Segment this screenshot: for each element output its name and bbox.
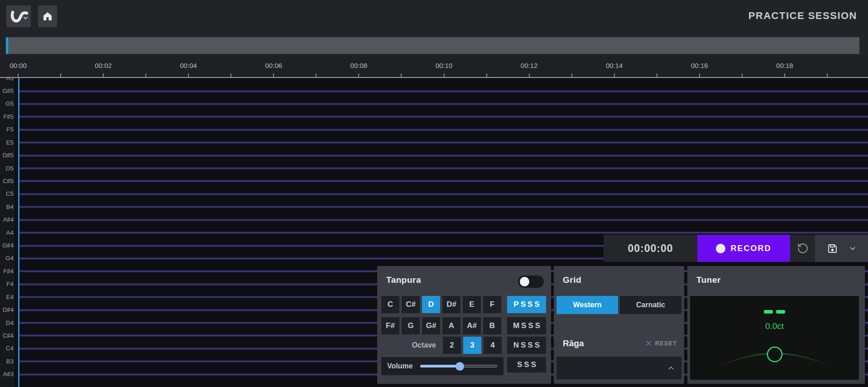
pitch-line (19, 219, 868, 221)
tanpura-pattern-sss[interactable]: SSS (507, 357, 546, 372)
tanpura-octave-row: Octave 234NSSS (381, 337, 546, 354)
tanpura-note-a[interactable]: A (442, 317, 460, 334)
timeline-scrubber[interactable] (6, 37, 859, 54)
save-button[interactable] (826, 242, 839, 255)
undo-arrow-icon (797, 242, 809, 254)
pitch-label: A♯3 (0, 370, 14, 378)
tanpura-note-c[interactable]: C (381, 296, 399, 313)
ruler-time-label: 00:06 (265, 62, 283, 70)
tanpura-note-c#[interactable]: C# (402, 296, 420, 313)
save-options-button[interactable] (849, 244, 857, 252)
ruler-time-label: 00:16 (691, 62, 708, 70)
pitch-label: D♯4 (0, 306, 14, 314)
playhead-line (18, 65, 19, 387)
pitch-label: D4 (0, 319, 14, 327)
raga-dropdown[interactable] (556, 357, 681, 379)
ruler-tick (145, 73, 146, 77)
tanpura-note-row-1: CC#DD#EFPSSS (381, 296, 546, 313)
tanpura-pattern-psss[interactable]: PSSS (507, 296, 546, 313)
pitch-label: C♯4 (0, 332, 14, 340)
pitch-label: F4 (0, 280, 14, 288)
tanpura-note-g#[interactable]: G# (422, 317, 440, 334)
tanpura-note-e[interactable]: E (463, 296, 481, 313)
octave-3-button[interactable]: 3 (463, 337, 481, 354)
pitch-label: C5 (0, 190, 14, 198)
tanpura-note-b[interactable]: B (483, 317, 501, 334)
volume-slider[interactable] (420, 362, 497, 371)
undo-button[interactable] (790, 235, 815, 262)
record-button[interactable]: RECORD (697, 235, 790, 262)
octave-4-button[interactable]: 4 (484, 337, 502, 354)
ruler-tick (827, 73, 828, 77)
record-dot-icon (716, 244, 725, 253)
toggle-knob (520, 277, 529, 286)
ruler-tick (273, 73, 274, 77)
ruler-time-label: 00:18 (776, 62, 793, 70)
record-button-label: RECORD (730, 244, 771, 253)
pitch-label: E5 (0, 139, 14, 147)
ruler-time-label: 00:14 (606, 62, 623, 70)
pitch-label: G4 (0, 254, 14, 262)
ruler-tick (699, 73, 700, 77)
ruler-tick (401, 73, 402, 77)
ruler-tick (358, 73, 359, 77)
tuner-pitch-circle (767, 347, 782, 362)
tanpura-note-f[interactable]: F (483, 296, 501, 313)
tanpura-note-a#[interactable]: A# (463, 317, 481, 334)
pitch-line (19, 116, 868, 117)
grid-title: Grid (563, 275, 581, 285)
x-cross-icon (645, 340, 652, 347)
ruler-tick (486, 73, 487, 77)
ruler-tick (230, 73, 231, 77)
tanpura-note-d[interactable]: D (422, 296, 440, 313)
ruler-time-label: 00:08 (350, 62, 368, 70)
pitch-line (19, 194, 868, 195)
reset-label: RESET (655, 340, 677, 347)
pitch-label-gutter: A5G♯5G5F♯5F5E5D♯5D5C♯5C5B4A♯4A4G♯4G4F♯4F… (0, 78, 15, 387)
grid-tab-western[interactable]: Western (556, 296, 618, 314)
save-section (815, 235, 868, 262)
ruler-tick (18, 73, 19, 77)
transport-toolbar: 00:00:00 RECORD (604, 235, 868, 262)
time-ruler[interactable]: 00:0000:0200:0400:0600:0800:1000:1200:14… (0, 55, 868, 78)
tanpura-pattern-nsss[interactable]: NSSS (507, 337, 546, 354)
ruler-tick (444, 73, 445, 77)
tanpura-note-f#[interactable]: F# (381, 317, 399, 334)
scrubber-position-marker (6, 37, 8, 54)
pitch-label: F5 (0, 126, 14, 134)
tuner-panel: Tuner 0.0ct (687, 266, 865, 384)
ruler-tick (784, 73, 785, 77)
floppy-disk-icon (826, 242, 839, 255)
grid-panel: Grid WesternCarnatic Rāga RESET (554, 266, 684, 384)
ruler-time-label: 00:04 (180, 62, 197, 70)
ruler-tick (742, 73, 743, 77)
tanpura-note-g[interactable]: G (402, 317, 420, 334)
pitch-label: C♯5 (0, 177, 14, 185)
logo-menu-button[interactable] (6, 5, 31, 27)
session-timer: 00:00:00 (604, 235, 697, 262)
tanpura-toggle[interactable] (518, 276, 544, 288)
tanpura-volume-row: Volume SSS (381, 357, 546, 375)
tanpura-title: Tanpura (386, 275, 421, 285)
ruler-time-label: 00:00 (10, 62, 27, 70)
ruler-tick (614, 73, 615, 77)
volume-knob[interactable] (456, 362, 464, 371)
pitch-label: F♯4 (0, 267, 14, 276)
pitch-label: E4 (0, 293, 14, 301)
ruler-tick (60, 73, 61, 77)
tanpura-note-d#[interactable]: D# (442, 296, 460, 313)
raga-reset-button[interactable]: RESET (645, 340, 677, 347)
tuner-title: Tuner (696, 275, 721, 285)
pitch-label: A4 (0, 229, 14, 237)
grid-tab-carnatic[interactable]: Carnatic (620, 296, 681, 314)
home-button[interactable] (38, 5, 57, 27)
octave-2-button[interactable]: 2 (443, 337, 461, 354)
top-bar: PRACTICE SESSION (0, 0, 868, 32)
ruler-tick (188, 73, 189, 77)
pitch-line (19, 206, 868, 208)
ruler-tick (103, 73, 104, 77)
volume-box: Volume (381, 357, 504, 375)
pitch-label: B3 (0, 358, 14, 366)
pitch-label: A5 (0, 78, 14, 82)
tanpura-pattern-msss[interactable]: MSSS (507, 317, 546, 334)
